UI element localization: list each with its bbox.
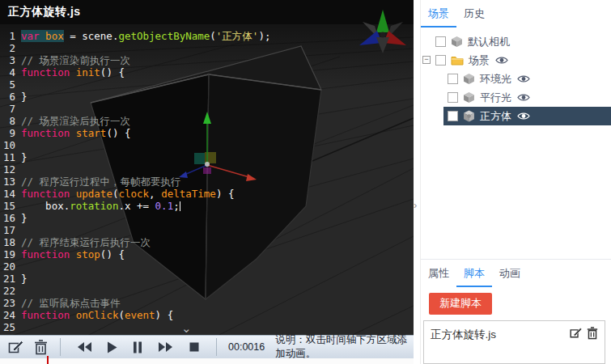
tree-checkbox[interactable] [448,92,458,103]
new-script-button[interactable]: 新建脚本 [429,293,492,315]
script-edit-icon[interactable] [570,327,583,342]
delete-script-button[interactable] [34,340,48,355]
scene-tree: 默认相机−场景环境光平行光正方体 [421,32,611,125]
code-line[interactable]: 24function onClick(event) { [0,309,414,321]
play-button[interactable] [107,341,117,353]
fast-forward-button[interactable] [158,341,173,353]
code-text: // 场景渲染前执行一次 [21,54,130,66]
code-line[interactable]: 21} [0,273,414,285]
collapse-editor-button[interactable]: ⌄ [181,323,192,334]
code-line[interactable]: 20 [0,260,414,273]
code-token [70,309,76,321]
line-number: 21 [0,273,21,285]
playhead-marker[interactable] [47,356,49,364]
visibility-eye-icon[interactable] [517,74,530,83]
code-line[interactable]: 3// 场景渲染前执行一次 [0,54,414,66]
code-token: box [45,30,64,42]
code-line[interactable]: 15 box.rotation.x += 0.1; [0,200,414,212]
script-delete-icon[interactable] [587,327,598,342]
code-line[interactable]: 23// 监听鼠标点击事件 [0,297,414,309]
code-line[interactable]: 22 [0,285,414,297]
tree-item-label: 正方体 [480,109,511,124]
line-number: 2 [0,42,21,54]
tree-item-label: 环境光 [480,72,511,87]
code-token: box. [21,200,70,212]
code-text: function start() { [21,127,131,139]
code-editor[interactable]: 1var box = scene.getObjectByName('正方体');… [0,24,414,335]
detail-tab[interactable]: 属性 [421,266,456,287]
tree-checkbox[interactable] [435,36,446,47]
visibility-eye-icon[interactable] [517,93,530,102]
code-token: // 监听鼠标点击事件 [21,297,121,309]
code-token: } [21,212,28,224]
code-line[interactable]: 25 [0,321,414,333]
code-token: function [21,188,70,200]
code-line[interactable]: 17 [0,224,414,236]
editor-title: 正方体旋转.js [0,5,81,19]
pause-icon [133,341,142,353]
code-token: } [21,273,28,285]
code-token: '正方体' [216,30,259,42]
code-text: function update(clock, deltaTime) { [21,188,234,200]
code-line[interactable]: 18// 程序结束运行后执行一次 [0,236,414,248]
timeline-hint: 说明：双击时间轴下方区域添加动画。 [275,333,414,361]
code-line[interactable]: 19function stop() { [0,248,414,260]
code-line[interactable]: 11} [0,151,414,163]
tree-checkbox[interactable] [448,74,458,84]
code-line[interactable]: 6} [0,91,414,103]
tree-item[interactable]: −场景 [421,51,611,70]
visibility-eye-icon[interactable] [495,56,508,65]
tree-item[interactable]: 平行光 [421,88,611,107]
code-token: () { [100,66,125,78]
scene-tab[interactable]: 场景 [421,6,456,28]
panel-collapse-handle[interactable]: › [414,199,417,211]
script-list-item[interactable]: 正方体旋转.js [424,321,605,347]
tree-checkbox[interactable] [435,55,446,66]
viewport-3d[interactable]: 正方体旋转.js ✕ 1var box = scene.getObjectByN… [0,0,414,364]
line-number: 22 [0,285,21,297]
code-line[interactable]: 5 [0,78,414,91]
detail-tab[interactable]: 脚本 [456,266,492,287]
pause-button[interactable] [133,341,142,353]
code-token: , [149,188,161,200]
line-number: 7 [0,103,21,115]
line-number: 20 [0,260,21,273]
code-line[interactable]: 16} [0,212,414,224]
timeline-toolbar: 00:0016 说明：双击时间轴下方区域添加动画。 [0,335,414,358]
object-icon [451,36,463,48]
visibility-eye-icon[interactable] [517,112,530,121]
line-number: 1 [0,30,21,42]
code-line[interactable]: 14function update(clock, deltaTime) { [0,188,414,200]
timeline-track[interactable] [0,358,414,364]
code-line[interactable]: 10 [0,139,414,151]
code-token: // 程序运行过程中，每帧都要执行 [21,176,181,188]
line-number: 24 [0,309,21,321]
detail-tab[interactable]: 动画 [492,266,528,287]
code-line[interactable]: 1var box = scene.getObjectByName('正方体'); [0,30,414,42]
trash-icon [34,340,48,355]
toolbar-separator [216,338,217,356]
code-line[interactable]: 4function init() { [0,66,414,78]
code-text: // 场景渲染后执行一次 [21,115,130,127]
edit-script-button[interactable] [8,340,24,354]
code-token: rotation [70,200,118,212]
code-line[interactable]: 8// 场景渲染后执行一次 [0,115,414,127]
code-line[interactable]: 12 [0,163,414,176]
code-line[interactable]: 9function start() { [0,127,414,139]
code-token: function [21,66,70,78]
tree-item[interactable]: 环境光 [421,70,611,88]
object-icon [463,91,475,104]
tree-checkbox[interactable] [448,111,458,121]
code-line[interactable]: 13// 程序运行过程中，每帧都要执行 [0,176,414,188]
scene-tab[interactable]: 历史 [456,6,492,28]
rewind-button[interactable] [77,341,92,353]
code-line[interactable]: 2 [0,42,414,54]
code-text: // 程序运行过程中，每帧都要执行 [21,176,181,188]
code-line[interactable]: 7 [0,103,414,115]
line-number: 6 [0,91,21,103]
tree-expander-icon[interactable]: − [422,56,431,64]
tree-item[interactable]: 默认相机 [421,32,611,51]
tree-item[interactable]: 正方体 [421,107,611,125]
timeline-timer: 00:0016 [228,341,265,353]
stop-button[interactable] [189,342,199,352]
